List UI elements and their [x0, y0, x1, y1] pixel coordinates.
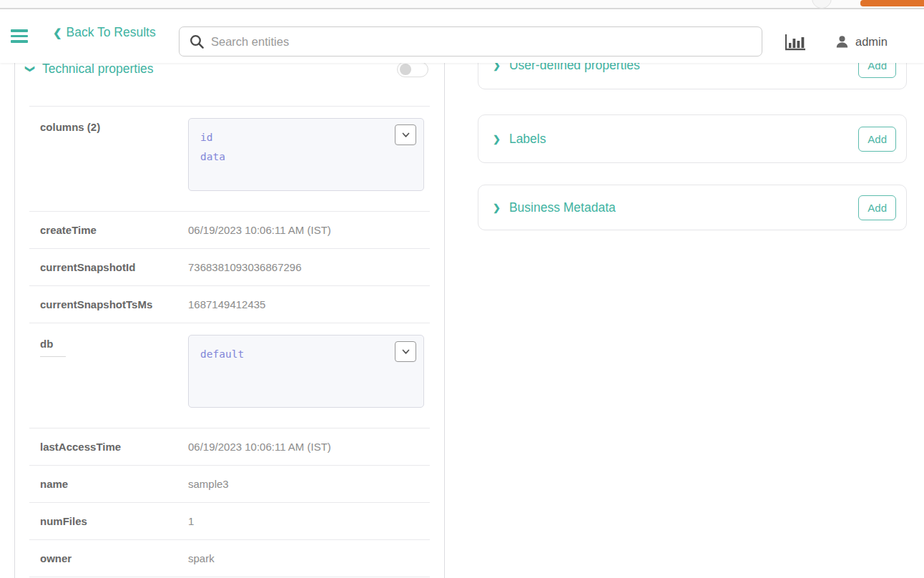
property-row: numFiles1: [29, 502, 430, 539]
property-key-text: numFiles: [40, 515, 87, 527]
entity-search: [179, 26, 762, 57]
property-key: owner: [40, 552, 188, 564]
property-value-box: iddata: [188, 118, 424, 191]
expand-value-button[interactable]: [395, 341, 416, 362]
section-toggle-business-metadata[interactable]: ❯Business Metadata: [493, 200, 616, 215]
property-value: 1: [188, 515, 194, 527]
property-row: currentSnapshotTsMs1687149412435: [29, 285, 430, 323]
property-key-text: db: [40, 338, 53, 350]
search-input[interactable]: [179, 26, 762, 57]
technical-properties-heading: ❯ Technical properties: [15, 56, 444, 106]
chevron-down-icon: [402, 349, 410, 355]
property-row: ownerspark: [29, 539, 430, 577]
property-key: db: [40, 335, 188, 357]
code-line: id: [200, 128, 412, 147]
back-to-results-link[interactable]: ❮ Back To Results: [53, 25, 156, 40]
property-key-text: currentSnapshotId: [40, 261, 135, 273]
property-key-text: columns (2): [40, 121, 100, 133]
code-line: data: [200, 147, 412, 167]
property-value-code: iddata: [200, 128, 412, 167]
add-button[interactable]: Add: [858, 127, 896, 152]
property-key-text: currentSnapshotTsMs: [40, 298, 152, 310]
section-title-label: Labels: [509, 132, 546, 147]
section-title-label: Business Metadata: [509, 200, 616, 215]
section-card-labels: ❯LabelsAdd: [478, 114, 907, 163]
view-toggle-switch[interactable]: [397, 62, 428, 77]
user-menu[interactable]: admin: [835, 34, 888, 49]
technical-properties-toggle-header[interactable]: ❯ Technical properties: [26, 62, 430, 77]
property-value: 06/19/2023 10:06:11 AM (IST): [188, 441, 331, 453]
bar-chart-icon: [784, 32, 807, 52]
property-key: currentSnapshotId: [40, 261, 188, 273]
property-key: columns (2): [40, 118, 188, 133]
property-table: columns (2)iddatacreateTime06/19/2023 10…: [29, 106, 430, 577]
property-key: numFiles: [40, 515, 188, 527]
browser-chrome-strip: [0, 0, 924, 9]
chevron-right-icon: ❯: [493, 134, 501, 144]
add-button[interactable]: Add: [858, 195, 896, 220]
chevron-left-icon: ❮: [53, 26, 62, 39]
chevron-down-icon: [402, 132, 410, 138]
chevron-down-icon: ❯: [26, 65, 35, 73]
property-value-box: default: [188, 335, 424, 408]
property-row: namesample3: [29, 465, 430, 502]
chevron-right-icon: ❯: [493, 203, 501, 212]
expand-value-button[interactable]: [395, 124, 416, 145]
property-row: lastAccessTime06/19/2023 10:06:11 AM (IS…: [29, 428, 430, 465]
section-toggle-labels[interactable]: ❯Labels: [493, 132, 546, 147]
property-key: createTime: [40, 224, 188, 236]
browser-accent-button: [860, 0, 924, 6]
property-value: 7368381093036867296: [188, 261, 302, 273]
property-key-text: name: [40, 478, 68, 490]
property-value: 06/19/2023 10:06:11 AM (IST): [188, 224, 331, 236]
property-value: sample3: [188, 478, 229, 490]
property-key-text: owner: [40, 552, 72, 564]
property-row: createTime06/19/2023 10:06:11 AM (IST): [29, 211, 430, 248]
key-underline: [40, 356, 66, 357]
property-key-text: lastAccessTime: [40, 441, 121, 453]
property-row: currentSnapshotId7368381093036867296: [29, 248, 430, 285]
app-header: ❮ Back To Results admin: [0, 9, 924, 63]
back-to-results-label: Back To Results: [67, 25, 156, 40]
property-key: currentSnapshotTsMs: [40, 298, 188, 310]
user-name-label: admin: [855, 35, 888, 49]
browser-avatar-circle: [812, 0, 832, 9]
statistics-button[interactable]: [784, 32, 808, 54]
property-key: name: [40, 478, 188, 490]
panel-title-label: Technical properties: [42, 62, 154, 77]
search-icon: [190, 34, 205, 49]
property-value: spark: [188, 552, 215, 564]
property-key: lastAccessTime: [40, 441, 188, 453]
property-key-text: createTime: [40, 224, 97, 236]
hamburger-menu-icon[interactable]: [11, 29, 28, 43]
property-row: columns (2)iddata: [29, 106, 430, 211]
code-line: default: [200, 345, 412, 364]
section-card-business-metadata: ❯Business MetadataAdd: [478, 185, 907, 230]
property-value-code: default: [200, 345, 412, 364]
technical-properties-panel: ❯ Technical properties columns (2)iddata…: [14, 56, 445, 578]
toggle-knob: [400, 64, 411, 75]
property-value: 1687149412435: [188, 298, 265, 310]
user-icon: [835, 34, 850, 49]
property-row: dbdefault: [29, 323, 430, 428]
